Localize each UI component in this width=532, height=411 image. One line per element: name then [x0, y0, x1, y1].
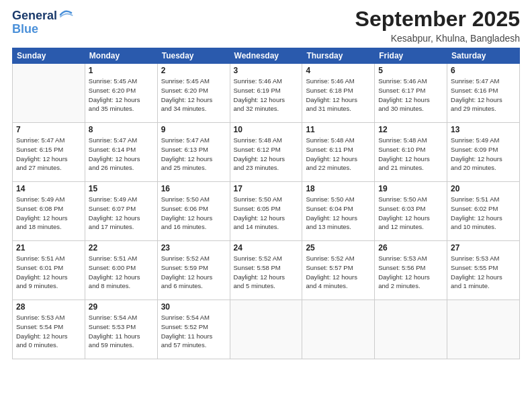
calendar-cell: 13Sunrise: 5:49 AMSunset: 6:09 PMDayligh… — [447, 123, 520, 182]
calendar-cell: 15Sunrise: 5:49 AMSunset: 6:07 PMDayligh… — [85, 182, 157, 241]
day-info: Sunrise: 5:47 AMSunset: 6:16 PMDaylight:… — [451, 77, 516, 113]
day-number: 12 — [378, 125, 443, 134]
header-thursday: Thursday — [302, 48, 375, 64]
logo-text: General — [12, 9, 57, 23]
calendar-cell: 3Sunrise: 5:46 AMSunset: 6:19 PMDaylight… — [230, 64, 302, 123]
day-info: Sunrise: 5:48 AMSunset: 6:10 PMDaylight:… — [378, 136, 443, 173]
calendar-cell: 6Sunrise: 5:47 AMSunset: 6:16 PMDaylight… — [447, 64, 520, 123]
logo-blue: Blue — [12, 23, 73, 36]
day-number: 10 — [234, 125, 299, 134]
calendar-cell: 29Sunrise: 5:54 AMSunset: 5:53 PMDayligh… — [85, 300, 157, 359]
day-number: 19 — [378, 184, 443, 193]
calendar-cell: 1Sunrise: 5:45 AMSunset: 6:20 PMDaylight… — [85, 64, 157, 123]
day-number: 9 — [161, 125, 226, 134]
day-number: 4 — [306, 66, 371, 75]
header-sunday: Sunday — [13, 48, 85, 64]
calendar-cell — [230, 300, 302, 359]
month-title: September 2025 — [355, 7, 520, 32]
day-info: Sunrise: 5:46 AMSunset: 6:17 PMDaylight:… — [378, 77, 443, 113]
day-info: Sunrise: 5:46 AMSunset: 6:18 PMDaylight:… — [306, 77, 371, 113]
calendar-cell — [447, 300, 520, 359]
calendar-cell: 24Sunrise: 5:52 AMSunset: 5:58 PMDayligh… — [230, 241, 302, 300]
day-number: 8 — [89, 125, 154, 134]
day-number: 13 — [451, 125, 516, 134]
calendar-cell: 20Sunrise: 5:51 AMSunset: 6:02 PMDayligh… — [447, 182, 520, 241]
header-tuesday: Tuesday — [157, 48, 230, 64]
day-info: Sunrise: 5:51 AMSunset: 6:00 PMDaylight:… — [89, 254, 154, 291]
calendar-cell: 30Sunrise: 5:54 AMSunset: 5:52 PMDayligh… — [157, 300, 230, 359]
calendar-cell: 26Sunrise: 5:53 AMSunset: 5:56 PMDayligh… — [375, 241, 447, 300]
day-number: 14 — [16, 184, 81, 193]
calendar-table: Sunday Monday Tuesday Wednesday Thursday… — [12, 48, 520, 359]
day-info: Sunrise: 5:50 AMSunset: 6:04 PMDaylight:… — [306, 195, 371, 232]
day-number: 28 — [16, 302, 81, 312]
header-saturday: Saturday — [447, 48, 520, 64]
day-number: 6 — [451, 66, 516, 75]
calendar-cell — [13, 64, 85, 123]
calendar-cell: 17Sunrise: 5:50 AMSunset: 6:05 PMDayligh… — [230, 182, 302, 241]
day-info: Sunrise: 5:54 AMSunset: 5:52 PMDaylight:… — [161, 313, 226, 350]
calendar-header-row: Sunday Monday Tuesday Wednesday Thursday… — [13, 48, 520, 64]
day-info: Sunrise: 5:45 AMSunset: 6:20 PMDaylight:… — [89, 77, 154, 113]
calendar-row-4: 21Sunrise: 5:51 AMSunset: 6:01 PMDayligh… — [13, 241, 520, 300]
day-number: 17 — [234, 184, 299, 193]
calendar-cell: 21Sunrise: 5:51 AMSunset: 6:01 PMDayligh… — [13, 241, 85, 300]
calendar-cell: 28Sunrise: 5:53 AMSunset: 5:54 PMDayligh… — [13, 300, 85, 359]
calendar-cell: 7Sunrise: 5:47 AMSunset: 6:15 PMDaylight… — [13, 123, 85, 182]
calendar-cell: 12Sunrise: 5:48 AMSunset: 6:10 PMDayligh… — [375, 123, 447, 182]
day-number: 27 — [451, 243, 516, 253]
day-info: Sunrise: 5:53 AMSunset: 5:56 PMDaylight:… — [378, 254, 443, 291]
day-info: Sunrise: 5:53 AMSunset: 5:54 PMDaylight:… — [16, 313, 81, 350]
day-number: 1 — [89, 66, 154, 75]
day-info: Sunrise: 5:47 AMSunset: 6:14 PMDaylight:… — [89, 136, 154, 173]
day-info: Sunrise: 5:54 AMSunset: 5:53 PMDaylight:… — [89, 313, 154, 350]
day-info: Sunrise: 5:49 AMSunset: 6:09 PMDaylight:… — [451, 136, 516, 173]
calendar-cell: 27Sunrise: 5:53 AMSunset: 5:55 PMDayligh… — [447, 241, 520, 300]
day-info: Sunrise: 5:48 AMSunset: 6:12 PMDaylight:… — [234, 136, 299, 173]
header-friday: Friday — [375, 48, 447, 64]
header-wednesday: Wednesday — [230, 48, 302, 64]
calendar-cell: 22Sunrise: 5:51 AMSunset: 6:00 PMDayligh… — [85, 241, 157, 300]
day-number: 26 — [378, 243, 443, 253]
calendar-row-1: 1Sunrise: 5:45 AMSunset: 6:20 PMDaylight… — [13, 64, 520, 123]
day-info: Sunrise: 5:49 AMSunset: 6:08 PMDaylight:… — [16, 195, 81, 232]
calendar-cell: 5Sunrise: 5:46 AMSunset: 6:17 PMDaylight… — [375, 64, 447, 123]
title-block: September 2025 Kesabpur, Khulna, Banglad… — [355, 7, 520, 44]
day-number: 3 — [234, 66, 299, 75]
calendar-cell: 2Sunrise: 5:45 AMSunset: 6:20 PMDaylight… — [157, 64, 230, 123]
day-info: Sunrise: 5:50 AMSunset: 6:05 PMDaylight:… — [234, 195, 299, 232]
day-info: Sunrise: 5:51 AMSunset: 6:01 PMDaylight:… — [16, 254, 81, 291]
day-number: 18 — [306, 184, 371, 193]
day-number: 24 — [234, 243, 299, 253]
day-number: 2 — [161, 66, 226, 75]
calendar-cell: 8Sunrise: 5:47 AMSunset: 6:14 PMDaylight… — [85, 123, 157, 182]
day-info: Sunrise: 5:52 AMSunset: 5:57 PMDaylight:… — [306, 254, 371, 291]
day-info: Sunrise: 5:46 AMSunset: 6:19 PMDaylight:… — [234, 77, 299, 113]
logo-icon — [58, 7, 73, 22]
day-info: Sunrise: 5:47 AMSunset: 6:15 PMDaylight:… — [16, 136, 81, 173]
calendar-cell: 11Sunrise: 5:48 AMSunset: 6:11 PMDayligh… — [302, 123, 375, 182]
day-number: 5 — [378, 66, 443, 75]
calendar-cell: 14Sunrise: 5:49 AMSunset: 6:08 PMDayligh… — [13, 182, 85, 241]
calendar-row-5: 28Sunrise: 5:53 AMSunset: 5:54 PMDayligh… — [13, 300, 520, 359]
calendar-cell: 18Sunrise: 5:50 AMSunset: 6:04 PMDayligh… — [302, 182, 375, 241]
header-monday: Monday — [85, 48, 157, 64]
day-number: 25 — [306, 243, 371, 253]
day-info: Sunrise: 5:47 AMSunset: 6:13 PMDaylight:… — [161, 136, 226, 173]
calendar-cell: 10Sunrise: 5:48 AMSunset: 6:12 PMDayligh… — [230, 123, 302, 182]
day-info: Sunrise: 5:50 AMSunset: 6:03 PMDaylight:… — [378, 195, 443, 232]
day-number: 22 — [89, 243, 154, 253]
day-number: 29 — [89, 302, 154, 312]
day-info: Sunrise: 5:52 AMSunset: 5:58 PMDaylight:… — [234, 254, 299, 291]
calendar-cell: 16Sunrise: 5:50 AMSunset: 6:06 PMDayligh… — [157, 182, 230, 241]
calendar-cell: 23Sunrise: 5:52 AMSunset: 5:59 PMDayligh… — [157, 241, 230, 300]
day-number: 30 — [161, 302, 226, 312]
calendar-row-3: 14Sunrise: 5:49 AMSunset: 6:08 PMDayligh… — [13, 182, 520, 241]
calendar-row-2: 7Sunrise: 5:47 AMSunset: 6:15 PMDaylight… — [13, 123, 520, 182]
day-number: 16 — [161, 184, 226, 193]
day-number: 21 — [16, 243, 81, 253]
calendar-cell: 4Sunrise: 5:46 AMSunset: 6:18 PMDaylight… — [302, 64, 375, 123]
calendar-cell: 19Sunrise: 5:50 AMSunset: 6:03 PMDayligh… — [375, 182, 447, 241]
day-number: 7 — [16, 125, 81, 134]
page: General Blue September 2025 Kesabpur, Kh… — [0, 0, 532, 411]
